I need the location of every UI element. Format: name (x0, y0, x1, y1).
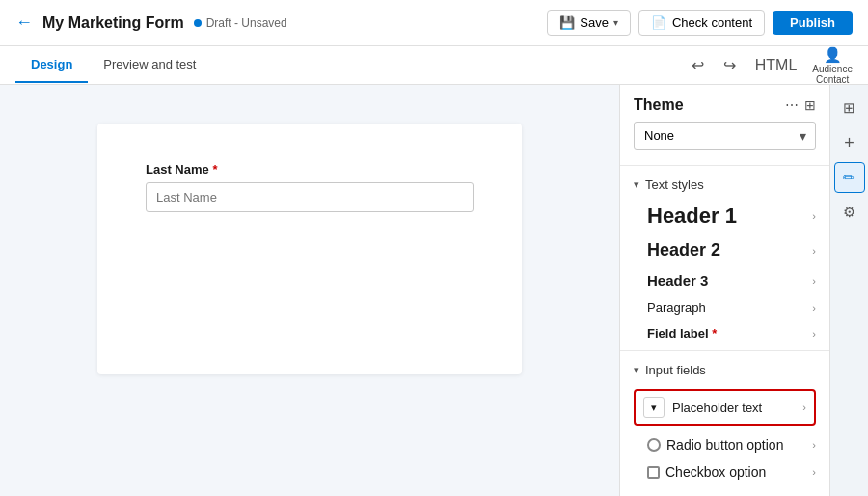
text-styles-label: Text styles (645, 178, 704, 192)
fieldlabel-chevron-icon: › (812, 328, 816, 340)
header3-item[interactable]: Header 3 › (620, 266, 829, 294)
checkbox-square-icon (647, 466, 660, 479)
header1-chevron-icon: › (812, 210, 816, 222)
radio-left: Radio button option (647, 437, 783, 453)
subnav: Design Preview and test ↩ ↪ HTML 👤 Audie… (0, 46, 868, 85)
audience-sublabel: Contact (816, 74, 849, 85)
style-tool-button[interactable]: ✏ (834, 162, 865, 193)
save-chevron-icon: ▾ (613, 17, 618, 28)
input-fields-section: ▾ Input fields ▾ Placeholder text › Radi… (620, 355, 829, 485)
placeholder-chevron-icon: › (802, 401, 806, 413)
checkbox-item[interactable]: Checkbox option › (620, 458, 829, 485)
tab-design[interactable]: Design (15, 47, 88, 83)
last-name-input[interactable] (146, 182, 474, 212)
tool-sidebar: ⊞ + ✏ ⚙ (829, 85, 868, 496)
header2-chevron-icon: › (812, 245, 816, 257)
placeholder-label: Placeholder text (672, 400, 762, 415)
html-button[interactable]: HTML (751, 53, 801, 78)
save-button[interactable]: 💾 Save ▾ (547, 10, 631, 36)
header3-label: Header 3 (647, 272, 708, 289)
divider-2 (620, 350, 829, 351)
paragraph-label: Paragraph (647, 300, 706, 315)
radio-label: Radio button option (666, 437, 783, 453)
subnav-right: ↩ ↪ HTML 👤 Audience Contact (688, 46, 853, 85)
theme-more-button[interactable]: ⋯ (785, 97, 799, 113)
audience-button[interactable]: 👤 Audience Contact (812, 46, 853, 85)
theme-title: Theme (634, 96, 684, 114)
subnav-tabs: Design Preview and test (15, 47, 211, 83)
save-icon: 💾 (559, 15, 575, 30)
paragraph-item[interactable]: Paragraph › (620, 294, 829, 320)
form-card: Last Name * (97, 124, 522, 374)
text-styles-section-header[interactable]: ▾ Text styles (620, 170, 829, 198)
add-tool-button[interactable]: + (834, 127, 865, 158)
check-content-button[interactable]: 📄 Check content (638, 10, 765, 36)
required-star: * (212, 162, 217, 177)
topbar-left: ← My Marketing Form Draft - Unsaved (15, 13, 287, 33)
topbar-right: 💾 Save ▾ 📄 Check content Publish (547, 10, 853, 36)
main-layout: Last Name * Theme ⋯ ⊞ None (0, 85, 868, 496)
theme-header: Theme ⋯ ⊞ (620, 85, 829, 122)
theme-select-wrap: None Default Custom (620, 122, 829, 161)
checkbox-left: Checkbox option (647, 464, 766, 480)
page-title: My Marketing Form (42, 14, 184, 32)
fieldlabel-label: Field label * (647, 326, 717, 341)
draft-label: Draft - Unsaved (206, 16, 287, 30)
header2-item[interactable]: Header 2 › (620, 234, 829, 266)
radio-circle-icon (647, 438, 661, 452)
html-label: HTML (755, 57, 798, 73)
radio-button-item[interactable]: Radio button option › (620, 431, 829, 458)
audience-icon: 👤 (824, 46, 842, 64)
fieldlabel-item[interactable]: Field label * › (620, 320, 829, 346)
settings-tool-button[interactable]: ⚙ (834, 197, 865, 228)
checkbox-chevron-icon: › (812, 466, 816, 478)
draft-badge: Draft - Unsaved (194, 16, 287, 30)
placeholder-left: ▾ Placeholder text (643, 397, 762, 418)
radio-chevron-icon: › (812, 439, 816, 451)
divider-1 (620, 165, 829, 166)
check-icon: 📄 (651, 15, 666, 30)
header1-item[interactable]: Header 1 › (620, 198, 829, 234)
header2-label: Header 2 (647, 240, 720, 261)
right-panel: Theme ⋯ ⊞ None Default Custom (619, 85, 868, 496)
header1-label: Header 1 (647, 204, 737, 229)
redo-button[interactable]: ↪ (719, 52, 740, 78)
theme-layout-button[interactable]: ⊞ (804, 97, 816, 113)
topbar: ← My Marketing Form Draft - Unsaved 💾 Sa… (0, 0, 868, 46)
checkbox-label: Checkbox option (665, 464, 766, 480)
draft-dot (194, 19, 202, 27)
placeholder-dropdown-button[interactable]: ▾ (643, 397, 665, 418)
header3-chevron-icon: › (812, 275, 816, 287)
audience-label: Audience (812, 64, 853, 74)
placeholder-text-item[interactable]: ▾ Placeholder text › (634, 389, 816, 426)
field-label: Last Name * (146, 162, 474, 177)
input-fields-label: Input fields (645, 363, 706, 377)
check-label: Check content (672, 15, 752, 30)
publish-label: Publish (790, 15, 835, 30)
paragraph-chevron-icon: › (812, 302, 816, 314)
undo-button[interactable]: ↩ (688, 52, 708, 78)
save-label: Save (580, 15, 609, 30)
theme-select[interactable]: None Default Custom (634, 122, 816, 150)
panel-content: Theme ⋯ ⊞ None Default Custom (620, 85, 829, 496)
publish-button[interactable]: Publish (773, 11, 853, 35)
input-fields-chevron-icon: ▾ (634, 364, 639, 376)
theme-header-icons: ⋯ ⊞ (785, 97, 816, 113)
input-fields-section-header[interactable]: ▾ Input fields (620, 355, 829, 383)
text-styles-chevron-icon: ▾ (634, 179, 639, 191)
canvas: Last Name * (0, 85, 619, 496)
theme-select-container: None Default Custom (634, 122, 816, 150)
back-button[interactable]: ← (15, 13, 33, 33)
tab-preview[interactable]: Preview and test (88, 47, 211, 83)
layout-tool-button[interactable]: ⊞ (834, 93, 865, 124)
back-icon: ← (15, 13, 33, 33)
